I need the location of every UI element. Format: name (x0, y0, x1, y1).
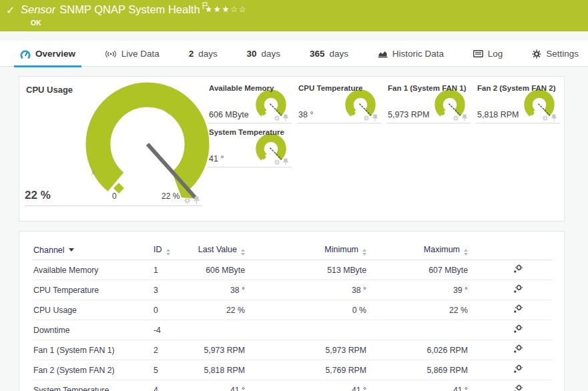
pin-icon[interactable] (283, 114, 288, 121)
tab-2-days[interactable]: 2 days (189, 41, 218, 67)
cell-id: 3 (153, 280, 186, 300)
gear-icon[interactable] (542, 115, 549, 121)
cell-minimum: 5,973 RPM (261, 340, 382, 360)
col-header-maximum[interactable]: Maximum (382, 241, 484, 260)
gauge-fan-2[interactable]: Fan 2 (System FAN 2) 5,818 RPM (476, 82, 560, 123)
channel-settings-icon[interactable] (513, 304, 523, 314)
gauge-scale-min: 0 (112, 191, 117, 201)
cell-maximum: 39 ° (382, 280, 484, 300)
sort-icon (362, 249, 366, 256)
col-header-minimum[interactable]: Minimum (261, 241, 382, 260)
sensor-name: SNMP QNAP System Health (59, 3, 200, 15)
cell-maximum: 6,026 RPM (382, 340, 484, 360)
priority-stars[interactable]: ★★★☆☆ (205, 4, 248, 14)
gauge-title: CPU Usage (26, 85, 73, 95)
tab-label: days (262, 49, 281, 59)
cell-minimum: 513 MByte (261, 260, 382, 280)
cell-id: 4 (153, 380, 186, 391)
gauge-available-memory[interactable]: Available Memory 606 MByte (208, 82, 292, 123)
sensor-title: SensorSNMP QNAP System Health (21, 3, 208, 16)
cell-channel: Fan 2 (System FAN 2) (33, 360, 153, 380)
table-row: CPU Temperature 3 38 ° 38 ° 39 ° (33, 280, 552, 300)
tab-label: Live Data (121, 49, 160, 59)
gear-icon[interactable] (184, 197, 191, 204)
gear-icon[interactable] (453, 115, 459, 121)
gear-icon[interactable] (274, 115, 280, 121)
cell-last-value (186, 320, 261, 340)
pin-icon[interactable] (372, 114, 378, 121)
cell-maximum: 41 ° (382, 380, 484, 391)
sensor-type-label: Sensor (21, 3, 55, 15)
tab-30-days[interactable]: 30 days (247, 41, 281, 67)
empty-cell (386, 126, 471, 167)
tab-overview[interactable]: Overview (20, 41, 75, 67)
cell-last-value: 5,818 RPM (186, 360, 261, 380)
status-ok-check-icon: ✓ (6, 4, 15, 17)
cell-id: 5 (153, 360, 186, 380)
gear-icon[interactable] (274, 159, 280, 165)
cell-last-value: 22 % (186, 300, 261, 320)
gauge-title: Fan 2 (System FAN 2) (477, 84, 556, 92)
cell-channel: CPU Usage (33, 300, 153, 320)
pin-icon[interactable] (283, 158, 288, 165)
sort-icon (166, 249, 170, 256)
gauge-title: System Temperature (209, 128, 284, 136)
gauge-current-value: 22 % (25, 189, 51, 202)
pin-icon[interactable] (194, 196, 200, 204)
cell-channel: System Temperature (33, 380, 153, 391)
pin-icon[interactable] (551, 114, 557, 121)
pin-icon[interactable] (462, 114, 467, 121)
gauge-scale-max: 22 % (162, 191, 180, 201)
cell-id: 1 (153, 260, 186, 280)
channel-settings-icon[interactable] (513, 384, 523, 391)
cell-maximum: 5,869 RPM (382, 360, 484, 380)
gauge-title: Fan 1 (System FAN 1) (388, 84, 467, 92)
channel-settings-icon[interactable] (513, 264, 523, 274)
channel-settings-icon[interactable] (513, 364, 523, 374)
cell-minimum: 38 ° (261, 280, 382, 300)
gauge-cpu-temperature[interactable]: CPU Temperature 38 ° (297, 82, 381, 123)
channel-settings-icon[interactable] (513, 284, 523, 294)
tab-365-days[interactable]: 365 days (310, 41, 348, 67)
gauge-icon (20, 49, 31, 59)
gauge-title: CPU Temperature (298, 84, 362, 92)
cell-maximum: 22 % (382, 300, 484, 320)
cell-last-value: 41 ° (186, 380, 261, 391)
tab-log[interactable]: Log (473, 41, 503, 67)
table-row: Fan 2 (System FAN 2) 5 5,818 RPM 5,769 R… (33, 360, 552, 380)
tab-label: Log (488, 49, 503, 59)
channel-settings-icon[interactable] (513, 344, 523, 354)
col-header-channel[interactable]: Channel (33, 241, 153, 260)
gauge-system-temperature[interactable]: System Temperature 41 ° (208, 126, 292, 167)
tab-live-data[interactable]: Live Data (105, 41, 160, 67)
gauge-value: 5,973 RPM (388, 110, 430, 119)
prtg-sensor-page: ✓ SensorSNMP QNAP System Health ★★★☆☆ OK… (0, 0, 588, 391)
sort-icon (241, 249, 245, 256)
channel-settings-icon[interactable] (513, 324, 523, 334)
table-row: Available Memory 1 606 MByte 513 MByte 6… (33, 260, 552, 280)
gauge-cpu-usage[interactable]: CPU Usage x 22 % 0 22 % (19, 77, 208, 221)
tab-historic-data[interactable]: Historic Data (378, 41, 444, 67)
live-data-icon (105, 50, 117, 58)
sort-desc-icon (69, 248, 74, 252)
gauge-fan-1[interactable]: Fan 1 (System FAN 1) 5,973 RPM (386, 82, 471, 123)
cell-last-value: 38 ° (186, 280, 261, 300)
gauge-value: 606 MByte (209, 110, 249, 119)
col-header-last-value[interactable]: Last Value (186, 241, 261, 260)
historic-data-icon (378, 49, 388, 58)
gear-icon (532, 49, 541, 59)
empty-cell (476, 126, 560, 167)
channels-table: Channel ID Last Value Minimum Maximum Av… (33, 241, 552, 391)
tab-settings[interactable]: Settings (532, 41, 579, 67)
tab-label: Overview (35, 49, 75, 59)
cell-id: 0 (153, 300, 186, 320)
tab-number: 30 (247, 49, 257, 59)
gauge-title: Available Memory (209, 84, 274, 92)
col-header-id[interactable]: ID (153, 241, 186, 260)
gauge-value: 38 ° (298, 110, 313, 119)
table-header-row: Channel ID Last Value Minimum Maximum (33, 241, 552, 260)
tab-label: Settings (546, 49, 579, 59)
table-row: CPU Usage 0 22 % 0 % 22 % (33, 300, 552, 320)
cpu-usage-gauge (81, 79, 214, 208)
gear-icon[interactable] (363, 115, 370, 121)
